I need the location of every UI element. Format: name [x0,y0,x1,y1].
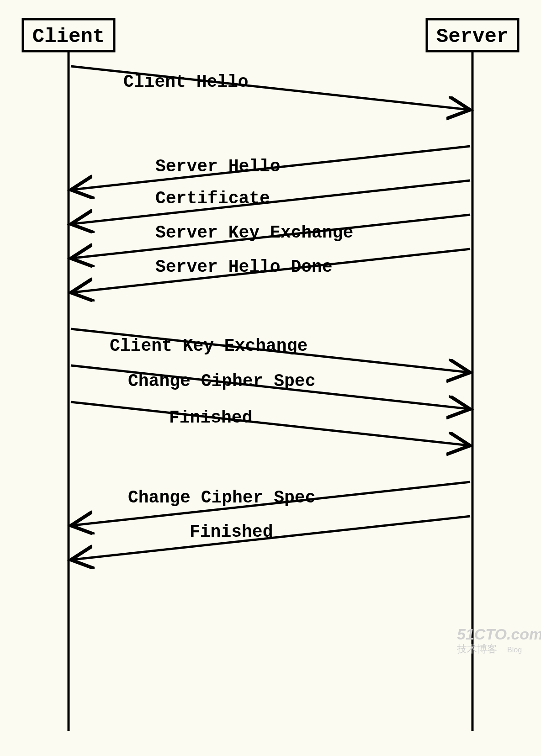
arrow-certificate [73,180,470,224]
watermark-line3: Blog [507,646,522,654]
watermark-line1: 51CTO.com [457,625,541,643]
label-change-cipher-spec-1: Change Cipher Spec [128,371,315,391]
sequence-diagram: Client Server Client Hello Server Hello … [0,0,541,756]
label-server-hello-done: Server Hello Done [155,257,333,277]
watermark: 51CTO.com 技术博客 Blog [456,625,541,655]
watermark-line2: 技术博客 [456,643,497,655]
label-finished-2: Finished [190,522,273,542]
label-client-key-exchange: Client Key Exchange [110,336,308,356]
label-server-key-exchange: Server Key Exchange [155,223,353,243]
arrow-finished-1 [71,402,468,445]
label-certificate: Certificate [155,189,270,208]
client-label: Client [32,25,105,48]
label-server-hello: Server Hello [155,157,281,176]
server-label: Server [436,25,509,48]
label-change-cipher-spec-2: Change Cipher Spec [128,488,315,508]
label-client-hello: Client Hello [123,72,249,92]
label-finished-1: Finished [169,408,252,428]
